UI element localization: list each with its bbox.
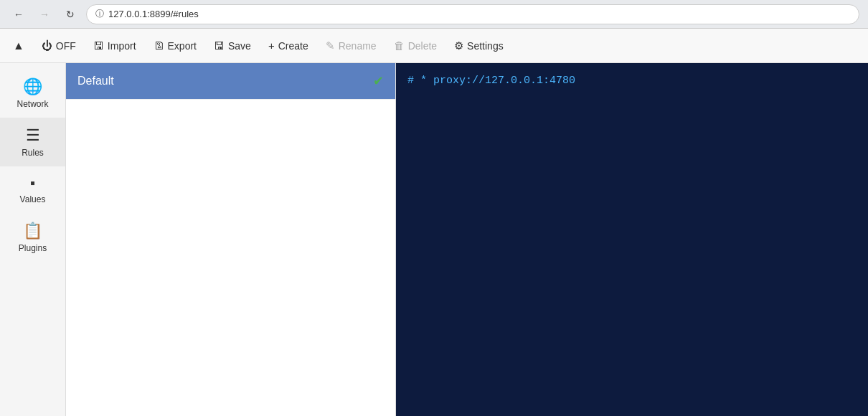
import-icon: 🖫 (93, 39, 104, 52)
collapse-button[interactable]: ▲ (6, 35, 32, 57)
editor-content: # * proxy://127.0.0.1:4780 (407, 75, 857, 87)
export-label: Export (168, 40, 197, 52)
rules-icon: ☰ (26, 126, 40, 145)
sidebar-item-rules[interactable]: ☰ Rules (0, 118, 65, 166)
power-label: OFF (56, 40, 76, 52)
sidebar: 🌐 Network ☰ Rules ▪ Values 📋 Plugins (0, 63, 66, 416)
sidebar-values-label: Values (20, 194, 46, 204)
create-label: Create (278, 40, 308, 52)
rename-button[interactable]: ✎ Rename (319, 35, 384, 57)
sidebar-item-values[interactable]: ▪ Values (0, 166, 65, 213)
rule-item-default[interactable]: Default ✔ (66, 63, 395, 100)
save-label: Save (228, 40, 251, 52)
rule-check-icon: ✔ (373, 73, 384, 89)
url-text: 127.0.0.1:8899/#rules (108, 9, 199, 19)
app-toolbar: ▲ ⏻ OFF 🖫 Import 🖻 Export 🖫 Save + Creat… (0, 29, 868, 63)
app-body: 🌐 Network ☰ Rules ▪ Values 📋 Plugins Def… (0, 63, 868, 416)
browser-titlebar: ← → ↻ ⓘ 127.0.0.1:8899/#rules (0, 0, 868, 29)
back-button[interactable]: ← (9, 4, 29, 24)
editor-panel[interactable]: # * proxy://127.0.0.1:4780 (396, 63, 868, 416)
sidebar-item-network[interactable]: 🌐 Network (0, 69, 65, 118)
secure-icon: ⓘ (95, 8, 104, 20)
forward-button[interactable]: → (34, 4, 55, 24)
address-bar[interactable]: ⓘ 127.0.0.1:8899/#rules (86, 4, 859, 24)
create-icon: + (268, 39, 275, 52)
settings-button[interactable]: ⚙ Settings (447, 35, 511, 57)
rename-label: Rename (339, 40, 377, 52)
sidebar-network-label: Network (16, 99, 48, 109)
rule-name: Default (77, 75, 367, 88)
network-icon: 🌐 (23, 77, 42, 96)
sidebar-plugins-label: Plugins (19, 243, 47, 253)
refresh-button[interactable]: ↻ (60, 4, 80, 24)
power-button[interactable]: ⏻ OFF (34, 35, 83, 56)
export-icon: 🖻 (154, 39, 164, 52)
save-icon: 🖫 (214, 39, 225, 52)
create-button[interactable]: + Create (261, 35, 316, 56)
sidebar-item-plugins[interactable]: 📋 Plugins (0, 213, 65, 262)
delete-label: Delete (408, 40, 437, 52)
settings-label: Settings (467, 40, 504, 52)
plugins-icon: 📋 (23, 222, 42, 240)
power-icon: ⏻ (42, 39, 52, 52)
import-label: Import (108, 40, 136, 52)
values-icon: ▪ (30, 175, 35, 192)
export-button[interactable]: 🖻 Export (146, 35, 204, 56)
delete-button[interactable]: 🗑 Delete (387, 35, 444, 56)
sidebar-rules-label: Rules (22, 148, 44, 158)
save-button[interactable]: 🖫 Save (207, 35, 258, 56)
settings-icon: ⚙ (454, 39, 463, 52)
delete-icon: 🗑 (394, 39, 405, 52)
rules-panel: Default ✔ (66, 63, 396, 416)
rename-icon: ✎ (326, 39, 335, 52)
import-button[interactable]: 🖫 Import (86, 35, 143, 56)
